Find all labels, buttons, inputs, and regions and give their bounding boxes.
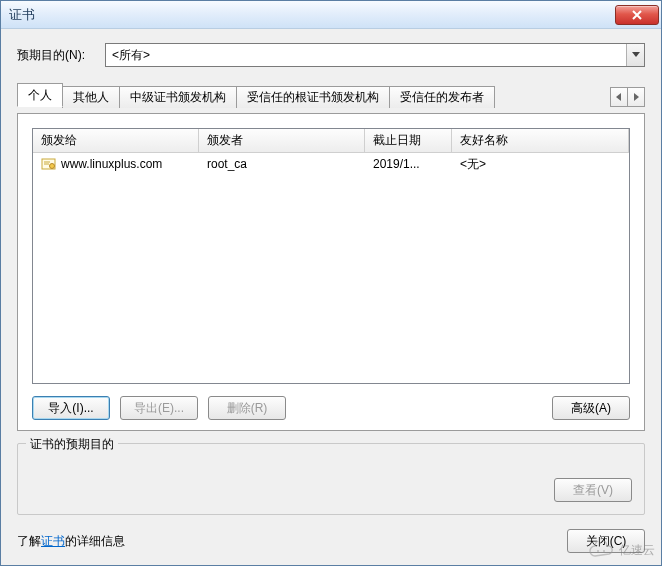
learn-certificates-link[interactable]: 证书 [41,534,65,548]
tab-scroll-left[interactable] [610,87,628,107]
window-title: 证书 [9,6,615,24]
tabs: 个人 其他人 中级证书颁发机构 受信任的根证书颁发机构 受信任的发布者 [17,83,645,107]
svg-point-1 [50,164,55,169]
group-label: 证书的预期目的 [26,436,118,453]
tab-scroll-right[interactable] [627,87,645,107]
remove-button[interactable]: 删除(R) [208,396,286,420]
purpose-selected: <所有> [112,47,150,64]
cell-issued-by: root_ca [207,157,247,171]
titlebar[interactable]: 证书 [1,1,661,29]
certificate-list[interactable]: 颁发给 颁发者 截止日期 友好名称 www.linuxplus.com root… [32,128,630,384]
tab-personal[interactable]: 个人 [17,83,63,107]
purpose-label: 预期目的(N): [17,47,85,64]
list-buttons: 导入(I)... 导出(E)... 删除(R) 高级(A) [32,396,630,420]
close-icon [631,10,643,20]
purpose-select[interactable]: <所有> [105,43,645,67]
cell-friendly: <无> [460,156,486,173]
dialog-body: 预期目的(N): <所有> 个人 其他人 中级证书颁发机构 受信任的根证书颁发机… [1,29,661,565]
col-friendly-name[interactable]: 友好名称 [452,129,629,152]
table-row[interactable]: www.linuxplus.com root_ca 2019/1... <无> [33,153,629,175]
cell-issued-to: www.linuxplus.com [61,157,162,171]
view-button[interactable]: 查看(V) [554,478,632,502]
certificate-dialog: 证书 预期目的(N): <所有> 个人 其他人 中级证书颁发机构 受信任的根证书… [0,0,662,566]
purpose-row: 预期目的(N): <所有> [17,43,645,67]
tab-trusted-root-ca[interactable]: 受信任的根证书颁发机构 [236,86,390,108]
tab-intermediate-ca[interactable]: 中级证书颁发机构 [119,86,237,108]
certificate-icon [41,157,57,171]
export-button[interactable]: 导出(E)... [120,396,198,420]
advanced-button[interactable]: 高级(A) [552,396,630,420]
import-button[interactable]: 导入(I)... [32,396,110,420]
footer-row: 了解证书的详细信息 关闭(C) [17,529,645,553]
col-issued-by[interactable]: 颁发者 [199,129,365,152]
cell-expiry: 2019/1... [373,157,420,171]
col-expiry[interactable]: 截止日期 [365,129,452,152]
tab-other-people[interactable]: 其他人 [62,86,120,108]
footer-text: 了解证书的详细信息 [17,533,125,550]
list-header: 颁发给 颁发者 截止日期 友好名称 [33,129,629,153]
tab-panel: 颁发给 颁发者 截止日期 友好名称 www.linuxplus.com root… [17,113,645,431]
close-button[interactable] [615,5,659,25]
dialog-close-button[interactable]: 关闭(C) [567,529,645,553]
intended-purpose-group: 证书的预期目的 查看(V) [17,443,645,515]
chevron-down-icon [626,44,644,66]
col-issued-to[interactable]: 颁发给 [33,129,199,152]
tab-trusted-publishers[interactable]: 受信任的发布者 [389,86,495,108]
